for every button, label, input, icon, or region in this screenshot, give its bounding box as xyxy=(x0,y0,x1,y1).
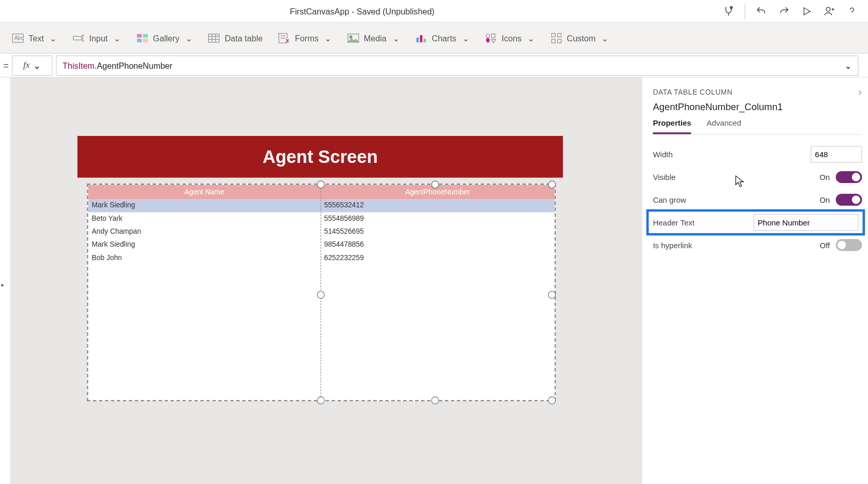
cell: Andy Champan xyxy=(88,225,321,238)
text-icon: Abc xyxy=(12,32,24,44)
ribbon-gallery[interactable]: Gallery ⌄ xyxy=(135,29,194,46)
resize-handle[interactable] xyxy=(548,180,556,188)
formula-token-thisitem: ThisItem xyxy=(63,61,95,70)
help-icon[interactable] xyxy=(842,1,862,21)
svg-rect-8 xyxy=(137,34,142,37)
visible-toggle[interactable] xyxy=(836,171,862,183)
redo-icon[interactable] xyxy=(774,1,794,21)
gallery-icon xyxy=(136,32,148,44)
headertext-input[interactable] xyxy=(754,214,859,231)
resize-handle[interactable] xyxy=(431,397,439,404)
prop-label: Visible xyxy=(653,173,676,182)
titlebar: FirstCanvasApp - Saved (Unpublished) xyxy=(0,0,868,23)
control-name: AgentPhoneNumber_Column1 xyxy=(653,102,862,113)
table-row[interactable]: Beto Yark 5554856989 xyxy=(88,212,555,225)
charts-icon xyxy=(415,32,427,44)
fx-icon: fx xyxy=(23,60,29,70)
app-title: FirstCanvasApp - Saved (Unpublished) xyxy=(6,6,719,16)
chevron-down-icon: ⌄ xyxy=(845,61,852,70)
ribbon-text-label: Text xyxy=(28,33,44,42)
fx-dropdown[interactable]: fx ⌄ xyxy=(12,55,52,75)
col-header[interactable]: Agent Name xyxy=(88,185,321,199)
share-icon[interactable] xyxy=(819,1,839,21)
ribbon-custom-label: Custom xyxy=(567,33,596,42)
svg-rect-12 xyxy=(209,34,220,42)
svg-point-0 xyxy=(730,6,732,8)
resize-handle[interactable] xyxy=(548,291,556,299)
chevron-down-icon: ⌄ xyxy=(50,33,57,42)
ribbon-icons-label: Icons xyxy=(502,33,522,42)
input-icon xyxy=(72,32,84,44)
formula-input[interactable]: ThisItem.AgentPhoneNumber ⌄ xyxy=(56,55,858,75)
ribbon-custom[interactable]: Custom ⌄ xyxy=(549,29,610,46)
ribbon-charts[interactable]: Charts ⌄ xyxy=(414,29,471,46)
equals-label: = xyxy=(0,60,12,71)
svg-text:Abc: Abc xyxy=(14,35,24,41)
data-table-control[interactable]: Agent Name AgentPhoneNumber Mark Siedlin… xyxy=(87,184,555,401)
prop-label: Can grow xyxy=(653,195,686,204)
svg-rect-10 xyxy=(137,38,142,42)
toggle-state: On xyxy=(819,195,830,204)
chevron-down-icon: ⌄ xyxy=(185,33,193,42)
cell: 5556532412 xyxy=(320,199,554,212)
resize-handle[interactable] xyxy=(317,291,324,299)
resize-handle[interactable] xyxy=(317,180,324,188)
formula-bar: = fx ⌄ ThisItem.AgentPhoneNumber ⌄ xyxy=(0,54,868,78)
properties-pane: DATA TABLE COLUMN › AgentPhoneNumber_Col… xyxy=(642,78,868,484)
svg-rect-22 xyxy=(416,37,419,42)
hyperlink-toggle[interactable] xyxy=(836,239,862,251)
chevron-down-icon: ⌄ xyxy=(528,33,535,42)
ribbon-forms-label: Forms xyxy=(295,33,319,42)
width-input[interactable] xyxy=(811,146,862,162)
tab-advanced[interactable]: Advanced xyxy=(707,118,741,134)
ribbon-datatable-label: Data table xyxy=(225,33,263,42)
formula-token-member: .AgentPhoneNumber xyxy=(95,61,173,70)
cell: 9854478856 xyxy=(320,238,554,251)
insert-ribbon: Abc Text ⌄ Input ⌄ Gallery ⌄ Data table … xyxy=(0,23,868,54)
left-rail[interactable]: ▸ xyxy=(0,78,11,484)
datatable-icon xyxy=(208,32,220,44)
cell: 5145526695 xyxy=(320,225,554,238)
prop-label: Header Text xyxy=(653,218,695,226)
svg-point-25 xyxy=(486,34,490,37)
svg-point-1 xyxy=(826,7,830,11)
props-section: DATA TABLE COLUMN › xyxy=(653,86,862,98)
ribbon-media[interactable]: Media ⌄ xyxy=(346,29,401,46)
svg-rect-28 xyxy=(557,33,561,37)
svg-rect-11 xyxy=(143,38,148,42)
custom-icon xyxy=(550,32,562,44)
cangrow-toggle[interactable] xyxy=(836,194,862,206)
resize-handle[interactable] xyxy=(431,180,439,188)
chevron-right-icon[interactable]: › xyxy=(858,86,862,98)
ribbon-icons[interactable]: Icons ⌄ xyxy=(484,29,536,46)
table-row[interactable]: Andy Champan 5145526695 xyxy=(88,225,555,238)
screen-title: Agent Screen xyxy=(78,136,563,178)
table-row[interactable]: Mark Siedling 5556532412 xyxy=(88,199,555,212)
resize-handle[interactable] xyxy=(317,397,324,404)
ribbon-media-label: Media xyxy=(364,33,386,42)
undo-icon[interactable] xyxy=(751,1,771,21)
table-row[interactable]: Mark Siedling 9854478856 xyxy=(88,238,555,251)
icons-icon xyxy=(485,32,497,44)
ribbon-input[interactable]: Input ⌄ xyxy=(71,29,122,46)
table-row[interactable]: Bob John 6252232259 xyxy=(88,252,555,265)
cell: Beto Yark xyxy=(88,212,321,225)
svg-rect-24 xyxy=(424,38,426,42)
svg-rect-23 xyxy=(420,35,423,42)
ribbon-datatable[interactable]: Data table xyxy=(207,29,264,46)
canvas[interactable]: Agent Screen Agent Name AgentPhoneNumber… xyxy=(11,78,642,484)
svg-point-21 xyxy=(349,36,352,38)
chevron-down-icon: ⌄ xyxy=(601,33,609,42)
resize-handle[interactable] xyxy=(548,397,556,404)
ribbon-gallery-label: Gallery xyxy=(153,33,179,42)
ribbon-forms[interactable]: Forms ⌄ xyxy=(277,29,333,46)
svg-rect-4 xyxy=(73,36,81,40)
prop-visible: Visible On xyxy=(653,166,862,189)
cell: 6252232259 xyxy=(320,252,554,265)
toggle-state: On xyxy=(819,173,830,182)
health-check-icon[interactable] xyxy=(719,1,739,21)
prop-label: Width xyxy=(653,150,673,159)
tab-properties[interactable]: Properties xyxy=(653,118,691,134)
play-icon[interactable] xyxy=(797,1,817,21)
ribbon-text[interactable]: Abc Text ⌄ xyxy=(11,29,58,46)
